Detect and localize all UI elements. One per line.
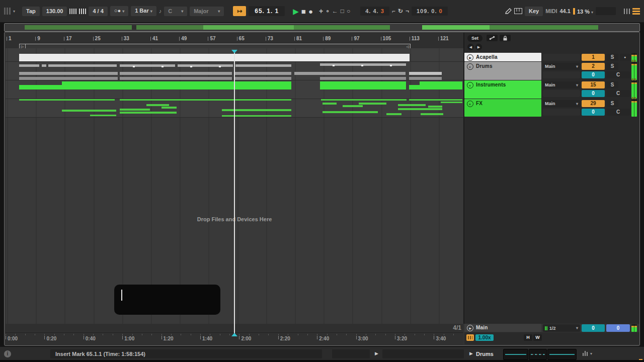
clip[interactable] bbox=[222, 109, 291, 111]
next-locator-button[interactable]: ▶ bbox=[475, 44, 482, 50]
key-map-button[interactable]: Key bbox=[525, 7, 543, 16]
track-header-fx[interactable]: ≡ FX bbox=[464, 99, 541, 117]
track-header-main[interactable]: ▶ Main bbox=[464, 324, 541, 332]
clip[interactable] bbox=[409, 99, 462, 101]
prev-locator-button[interactable]: ◀ bbox=[467, 44, 474, 50]
loop-start-field[interactable]: 4. 4. 3 bbox=[360, 7, 389, 16]
playback-speed-display[interactable]: 1.00x bbox=[475, 334, 494, 341]
clip[interactable] bbox=[441, 102, 462, 103]
rename-input-box[interactable] bbox=[114, 285, 220, 315]
zoom-height-button[interactable]: H bbox=[524, 334, 532, 341]
arrangement-position-display[interactable]: 65. 1. 1 bbox=[249, 6, 285, 16]
automation-mode-icon[interactable]: ∘ bbox=[326, 8, 330, 15]
acapella-arm-button[interactable]: ● bbox=[620, 54, 630, 61]
track-play-icon[interactable]: ▶ bbox=[467, 54, 473, 61]
device-chain-thumbnail[interactable] bbox=[503, 349, 528, 360]
circle-icon[interactable]: ○ bbox=[347, 8, 350, 15]
back-to-arrangement-icon[interactable]: ← bbox=[332, 8, 338, 15]
clip[interactable] bbox=[178, 64, 233, 67]
clip[interactable] bbox=[398, 104, 426, 106]
track-header-acapella[interactable]: ▶ Acapella bbox=[464, 53, 541, 61]
drums-pan-empty[interactable] bbox=[543, 71, 580, 78]
loop-length-field[interactable]: 109. 0. 0 bbox=[412, 7, 448, 16]
clip[interactable] bbox=[234, 72, 291, 75]
playhead-marker-bottom[interactable] bbox=[231, 333, 237, 336]
clip[interactable] bbox=[421, 113, 443, 115]
arrangement-overview[interactable] bbox=[4, 23, 640, 32]
cpu-meter[interactable]: 13 %▾ bbox=[573, 7, 593, 16]
add-locator-icon[interactable]: + bbox=[319, 7, 323, 15]
draw-mode-icon[interactable] bbox=[505, 8, 512, 15]
fx-input-value[interactable]: 29 bbox=[582, 100, 605, 107]
zoom-width-button[interactable]: W bbox=[533, 334, 542, 341]
clip[interactable] bbox=[146, 104, 169, 106]
instruments-input-value[interactable]: 15 bbox=[582, 81, 605, 88]
main-send-value[interactable]: 0 bbox=[582, 324, 605, 332]
clip[interactable] bbox=[120, 77, 232, 80]
clip-marker-dot[interactable] bbox=[190, 66, 192, 67]
instruments-routing-select[interactable]: Main▾ bbox=[543, 81, 580, 88]
lock-icon[interactable] bbox=[500, 35, 511, 41]
device-chain-thumbnail[interactable] bbox=[547, 349, 577, 360]
fx-solo-button[interactable]: S bbox=[606, 100, 618, 107]
stop-button[interactable]: ■ bbox=[301, 8, 306, 15]
clip[interactable] bbox=[48, 64, 117, 67]
instruments-send-value[interactable]: 0 bbox=[582, 90, 605, 97]
clip-marker-dot[interactable] bbox=[361, 65, 363, 66]
groove-pool-icon[interactable] bbox=[466, 334, 474, 341]
time-signature-field[interactable]: 4 / 4 bbox=[89, 7, 107, 16]
playhead-marker-top[interactable] bbox=[231, 50, 237, 53]
drums-send-value[interactable]: 0 bbox=[582, 71, 605, 78]
preview-play-icon[interactable]: ▶ bbox=[375, 351, 378, 356]
punch-in-icon[interactable]: ⌐ bbox=[392, 8, 395, 15]
clip[interactable] bbox=[19, 77, 118, 80]
clip[interactable] bbox=[359, 103, 386, 105]
acapella-input-value[interactable]: 1 bbox=[582, 54, 605, 61]
midi-map-button[interactable]: MIDI bbox=[545, 8, 557, 14]
nudge-up-icon[interactable] bbox=[79, 9, 86, 14]
record-button[interactable]: ● bbox=[308, 8, 313, 15]
tempo-field[interactable]: 130.00 bbox=[42, 7, 67, 16]
track-header-instruments[interactable]: ≡ Instruments bbox=[464, 80, 541, 99]
clip-marker-dot[interactable] bbox=[219, 66, 221, 67]
clip[interactable] bbox=[19, 72, 118, 75]
clip[interactable] bbox=[120, 99, 291, 101]
clip[interactable] bbox=[42, 64, 46, 67]
instruments-solo-button[interactable]: S bbox=[606, 81, 618, 88]
clip[interactable] bbox=[294, 72, 406, 75]
clip-marker-dot[interactable] bbox=[390, 65, 392, 66]
drums-crossfade-button[interactable]: C bbox=[606, 71, 630, 78]
monitor-play-icon[interactable]: ▶ bbox=[469, 351, 473, 356]
clip[interactable] bbox=[409, 77, 442, 80]
clip[interactable] bbox=[323, 111, 378, 113]
clip[interactable] bbox=[343, 105, 363, 107]
set-locator-button[interactable]: Set bbox=[467, 35, 482, 42]
main-routing-select[interactable]: 1/2▾ bbox=[543, 324, 580, 332]
punch-out-icon[interactable]: ¬ bbox=[406, 8, 409, 15]
device-chain-thumbnail[interactable] bbox=[529, 349, 547, 360]
metronome-button[interactable]: ○●▾ bbox=[110, 6, 128, 16]
clip[interactable] bbox=[19, 85, 291, 89]
link-options-icon[interactable]: ▾ bbox=[4, 8, 15, 15]
clip[interactable] bbox=[321, 99, 407, 101]
group-fold-icon[interactable]: ≡ bbox=[467, 82, 473, 88]
fx-routing-select[interactable]: Main▾ bbox=[543, 100, 580, 107]
drums-solo-button[interactable]: S bbox=[606, 63, 618, 70]
clip[interactable] bbox=[19, 54, 410, 61]
fx-send-value[interactable]: 0 bbox=[582, 109, 605, 116]
instruments-crossfade-button[interactable]: C bbox=[606, 90, 630, 97]
quantize-menu[interactable]: 1 Bar▾ bbox=[131, 6, 156, 16]
track-header-drums[interactable]: ≡ Drums bbox=[464, 62, 541, 80]
main-pan-value[interactable]: 0 bbox=[606, 324, 630, 332]
loop-switch-icon[interactable]: ↻ bbox=[398, 8, 403, 15]
levels-icon[interactable]: ▾ bbox=[583, 351, 592, 356]
clip-marker-dot[interactable] bbox=[133, 66, 135, 67]
fx-crossfade-button[interactable]: C bbox=[606, 109, 630, 116]
scale-root-select[interactable]: C▾ bbox=[164, 7, 187, 16]
selection-box-icon[interactable]: □ bbox=[341, 8, 344, 15]
clip[interactable] bbox=[323, 103, 337, 105]
link-markers-icon[interactable] bbox=[487, 35, 498, 41]
menu-hamburger-icon[interactable] bbox=[632, 8, 640, 15]
clip-marker-dot[interactable] bbox=[333, 65, 335, 66]
drums-input-value[interactable]: 2 bbox=[582, 63, 605, 70]
